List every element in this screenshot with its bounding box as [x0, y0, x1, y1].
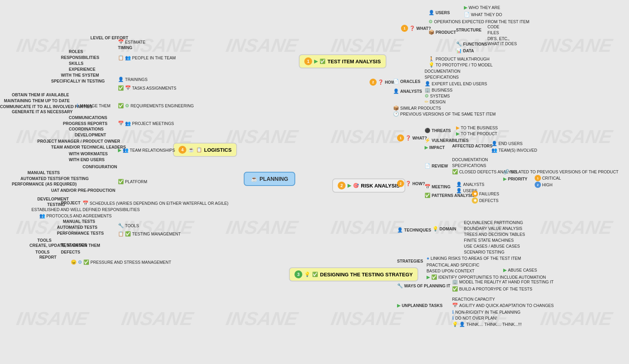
- risk-target-icon: 🎯: [353, 183, 359, 188]
- skills-label: SKILLS: [69, 61, 83, 66]
- with-workmates-node: WITH WORKMATES: [69, 151, 108, 156]
- tt2-icon: 👤: [459, 322, 465, 327]
- central-node[interactable]: ☕ PLANNING: [244, 172, 295, 186]
- people-team-label: PEOPLE IN THE TEAM: [132, 55, 176, 60]
- bp-icon: ✅: [452, 286, 458, 292]
- team-tech-leaders: TEAM AND/OR TECHNICAL LEADERS: [51, 145, 126, 149]
- what-node-tia[interactable]: 1 ❓ WHAT?: [401, 25, 431, 32]
- trainings-label: TRAININGS: [125, 77, 147, 82]
- project-sched: PROJECT: [61, 200, 81, 205]
- ws-label: WITH THE SYSTEM: [61, 73, 99, 77]
- defects-mgmt-node: DEFECTS: [61, 250, 80, 254]
- patterns-label: PATTERNS ANALYSIS: [432, 193, 475, 198]
- report-node: REPORT: [39, 255, 57, 259]
- similar-products-label: SIMILAR PRODUCTS: [400, 106, 441, 110]
- end-users-risk-label: END USERS: [498, 141, 522, 146]
- central-icon: ☕: [251, 176, 257, 182]
- expert-icon: 👤: [425, 81, 430, 86]
- tasks-assignments: ✅ 📅 TASKS ASSIGNMENTS: [118, 85, 176, 91]
- coordinations-node: COORDINATIONS: [69, 127, 103, 131]
- testing-mgmt-label: TESTING MANAGEMENT: [132, 232, 181, 236]
- how-node-risk[interactable]: 2 ❓ HOW?: [397, 180, 425, 187]
- gen-label: GENERATE IT AS NECESSARY: [12, 109, 73, 114]
- biz-icon: 🏢: [425, 87, 430, 93]
- platform-node: ✅ PLATFORM: [118, 179, 147, 184]
- documentation-label: DOCUMENTATION: [425, 69, 460, 74]
- arrow-icon: ▶: [464, 5, 467, 10]
- manual-tests-platform: MANUAL TESTS: [28, 170, 60, 175]
- automated-tests-tm: AUTOMATED TESTS: [57, 225, 97, 230]
- manage-them-label: MANAGE THEM: [80, 103, 110, 108]
- finite-state: FINITE STATE MACHINES: [464, 238, 514, 243]
- what-risk-icon: ❓: [405, 135, 411, 141]
- pm-icon: 📅: [118, 121, 124, 126]
- buc-label: BASED UPON CONTEXT: [427, 268, 475, 273]
- project-meetings-node: 📅 👥 PROJECT MEETINGS: [118, 121, 174, 126]
- eq-partitioning: EQUIVALENCE PARTITIONING: [464, 220, 523, 225]
- pm2-icon: 👥: [125, 121, 131, 126]
- tools-icon: 🔧: [118, 223, 124, 228]
- an-icon: 👤: [456, 182, 462, 187]
- critical-node: 1 CRITICAL: [535, 175, 561, 181]
- generate-node: GENERATE IT AS NECESSARY: [12, 109, 73, 114]
- roles-label: ROLES: [69, 49, 83, 54]
- mt2-label: MANUAL TESTS: [63, 219, 95, 224]
- to-prototype-label: TO PROTOTYPE / TO MODEL: [436, 63, 493, 67]
- section-test-item-analysis[interactable]: 1 ▶ ✅ TEST ITEM ANALYSIS: [299, 54, 386, 68]
- related-previous-label: RELATED TO PREVIOUS VERSIONS OF THE PROD…: [510, 169, 618, 174]
- pt2-icon: 👥: [125, 55, 131, 61]
- proj-sched-label: PROJECT: [61, 200, 81, 205]
- section-risk-analysis[interactable]: 2 ▶ 🎯 RISK ANALYSIS: [332, 178, 405, 193]
- tools-tm-node: 🔧 TOOLS: [118, 223, 139, 228]
- files-node: FILES: [487, 30, 499, 35]
- review-icon: 📄: [425, 163, 430, 169]
- established-node: ESTABLISHED AND WELL DEFINED RESPONSIBIL…: [31, 207, 140, 212]
- data-node: 📊 DATA: [456, 48, 474, 53]
- build-proto-label: BUILD A PROTORYPE OF THE TESTS: [459, 287, 532, 291]
- linking-label: LINKING RISKS TO AREAS OF THE TEST ITEM: [430, 256, 521, 261]
- automated-tests-platform: AUTOMATED TESTS: [20, 176, 61, 181]
- teams-icon: 👥: [491, 147, 497, 153]
- tm2-icon: ✅: [125, 231, 131, 237]
- re-icon: ✅: [118, 103, 124, 108]
- with-end-users-node: WITH END USERS: [69, 157, 105, 162]
- section-logistics[interactable]: 4 ☕ 📋 LOGISTICS: [173, 143, 237, 157]
- prod2-icon: ▶: [456, 131, 460, 136]
- defects-node: ❶ DEFECTS: [472, 197, 498, 204]
- ps4-icon: ✅: [83, 259, 89, 265]
- review-node: 📄 REVIEW: [425, 163, 448, 169]
- users-node: 👤 USERS: [429, 10, 450, 15]
- section-designing[interactable]: 3 💡 ✅ DESIGNING THE TESTING STRATEGY: [289, 267, 418, 281]
- experience-node: EXPERIENCE: [69, 67, 96, 72]
- unplanned-tasks-node: ▶ UNPLANNED TASKS: [397, 303, 443, 308]
- ta2-icon: 📅: [125, 85, 131, 91]
- est2-label: ESTABLISHED AND WELL DEFINED RESPONSIBIL…: [31, 207, 140, 212]
- section3-label: DESIGNING THE TESTING STRATEGY: [320, 272, 413, 278]
- to-prototype: 💡 TO PROTOTYPE / TO MODEL: [429, 62, 493, 68]
- dbs-node: DB'S, ETC.,: [487, 36, 509, 41]
- eu-icon: 👤: [491, 141, 497, 146]
- vuln-icon: ⚡: [425, 138, 430, 143]
- schedules-label: SCHEDULES (VARIES DEPENDING ON EITHER WA…: [90, 201, 228, 206]
- documentation-risk: DOCUMENTATION: [452, 157, 488, 162]
- badge-3: 3: [294, 270, 302, 278]
- exp-label: EXPERIENCE: [69, 67, 96, 72]
- analysts-label: ANALYSTS: [400, 89, 422, 94]
- unplanned-label: UNPLANNED TASKS: [402, 303, 443, 308]
- how-risk-icon: ❓: [405, 181, 411, 186]
- ps-label: PRACTICAL AND SPECIFIC: [427, 263, 479, 267]
- who-they-are: ▶ WHO THEY ARE: [464, 5, 500, 10]
- spec-risk-label: SPECIFICATIONS: [452, 163, 486, 168]
- protocols-label: PROTOCOLS AND AGREEMENTS: [46, 213, 112, 218]
- nr-icon: ℹ: [452, 309, 454, 315]
- teams-involved-label: TEAM(S) INVOLVED: [498, 148, 537, 153]
- users-label: USERS: [436, 10, 450, 15]
- ppo-label: PROJECT MANAGER / PRODUCT OWNER: [37, 139, 120, 143]
- specifications-risk: SPECIFICATIONS: [452, 163, 486, 168]
- affected-actors-label: AFFECTED ACTORS: [452, 143, 493, 148]
- impact-node: ▶ IMPACT: [425, 145, 445, 150]
- what-node-risk[interactable]: 1 ❓ WHAT?: [397, 134, 427, 142]
- closed-icon: ✅: [452, 169, 458, 175]
- prio-icon: ▶: [503, 176, 507, 182]
- ttl-label: TEAM AND/OR TECHNICAL LEADERS: [51, 145, 126, 149]
